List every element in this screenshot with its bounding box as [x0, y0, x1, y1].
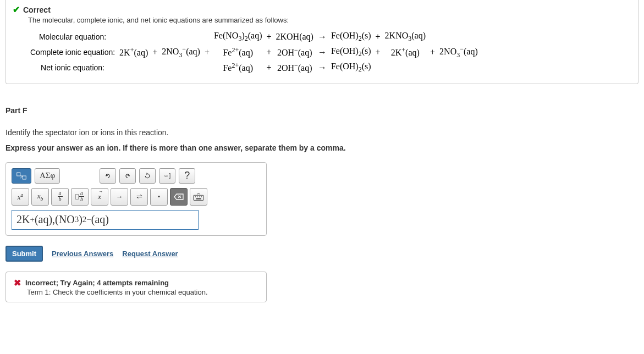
keyboard-icon — [164, 175, 168, 178]
toolbar-row1: ΑΣφ ] ? — [12, 168, 261, 184]
right-arrow-button[interactable]: → — [111, 188, 128, 206]
incorrect-header: ✖ Incorrect; Try Again; 4 attempts remai… — [14, 278, 258, 288]
undo-icon — [104, 173, 111, 179]
submit-button[interactable]: Submit — [5, 246, 43, 262]
eq-cell: 2NO3−(aq) — [159, 44, 202, 60]
previous-answers-link[interactable]: Previous Answers — [52, 250, 113, 258]
bracket-icon: ] — [169, 173, 170, 179]
svg-point-13 — [195, 196, 196, 197]
redo-icon — [124, 173, 131, 179]
eq-cell: 2OH−(aq) — [274, 60, 316, 75]
reset-icon — [144, 173, 151, 179]
fraction-button[interactable]: ab — [51, 188, 69, 206]
instruction-text: Express your answer as an ion. If there … — [5, 143, 639, 152]
vector-button[interactable]: x→ — [91, 188, 108, 206]
keyboard-button[interactable] — [190, 188, 207, 206]
eq-cell: 2OH−(aq) — [274, 44, 316, 60]
greek-button[interactable]: ΑΣφ — [35, 168, 60, 184]
eq-cell: + — [428, 44, 437, 60]
svg-rect-12 — [194, 195, 203, 200]
toolbar-row2: xa xb ab ab x→ → ⇌ • — [12, 188, 261, 206]
request-answer-link[interactable]: Request Answer — [122, 250, 178, 258]
correct-label: Correct — [23, 5, 51, 14]
svg-point-5 — [165, 175, 166, 176]
mixed-fraction-button[interactable]: ab — [71, 188, 89, 206]
eq-cell: + — [150, 44, 159, 60]
bullet-button[interactable]: • — [150, 188, 168, 206]
equation-table: Molecular equation: Fe(NO3)2(aq) + 2KOH(… — [28, 30, 480, 75]
eq-cell: 2K+(aq) — [117, 44, 150, 60]
eq-cell: 2K+(aq) — [383, 44, 428, 60]
svg-line-2 — [20, 176, 23, 179]
eq-cell: Fe(OH)2(s) — [329, 30, 373, 44]
eq-cell: Fe(OH)2(s) — [329, 44, 373, 60]
eq-cell: Fe(NO3)2(aq) — [212, 30, 265, 44]
eq-cell: Fe2+(aq) — [212, 44, 265, 60]
x-icon: ✖ — [14, 278, 21, 288]
reset-button[interactable] — [139, 168, 156, 184]
incorrect-feedback-box: ✖ Incorrect; Try Again; 4 attempts remai… — [5, 272, 267, 302]
svg-rect-17 — [196, 198, 201, 200]
eq-cell: + — [264, 44, 273, 60]
svg-point-15 — [199, 196, 200, 197]
backspace-icon — [173, 191, 184, 202]
check-icon: ✔ — [13, 4, 20, 15]
submit-row: Submit Previous Answers Request Answer — [5, 246, 639, 262]
incorrect-detail: Term 1: Check the coefficients in your c… — [27, 288, 258, 296]
backspace-button[interactable] — [170, 188, 188, 206]
eq-row-molecular: Molecular equation: Fe(NO3)2(aq) + 2KOH(… — [28, 30, 480, 44]
svg-rect-0 — [17, 173, 20, 176]
eq-row-complete-ionic: Complete ionic equation: 2K+(aq) + 2NO3−… — [28, 44, 480, 60]
superscript-button[interactable]: xa — [12, 188, 29, 206]
eq-label-complete-ionic: Complete ionic equation: — [28, 44, 117, 60]
redo-button[interactable] — [119, 168, 136, 184]
eq-cell: Fe2+(aq) — [212, 60, 265, 75]
eq-cell: → — [316, 44, 329, 60]
keyboard-up-icon — [193, 191, 204, 202]
template-icon — [16, 172, 26, 180]
svg-rect-9 — [165, 176, 167, 176]
svg-point-6 — [166, 175, 166, 176]
answer-widget: ΑΣφ ] ? xa xb ab ab x→ → ⇌ • 2K+(aq),( — [5, 162, 267, 236]
keyboard-shortcuts-button[interactable]: ] — [159, 168, 175, 184]
eq-cell: + — [264, 60, 273, 75]
eq-row-net-ionic: Net ionic equation: Fe2+(aq) + 2OH−(aq) … — [28, 60, 480, 75]
eq-label-molecular: Molecular equation: — [28, 30, 117, 44]
question-text: Identify the spectator ion or ions in th… — [5, 128, 639, 137]
correct-header: ✔ Correct — [13, 4, 631, 15]
part-header: Part F — [5, 106, 639, 115]
template-button[interactable] — [12, 168, 31, 184]
subscript-button[interactable]: xb — [31, 188, 49, 206]
svg-point-16 — [201, 196, 202, 197]
help-button[interactable]: ? — [179, 168, 195, 184]
eq-cell: + — [373, 30, 383, 44]
eq-cell: Fe(OH)2(s) — [329, 60, 373, 75]
incorrect-header-text: Incorrect; Try Again; 4 attempts remaini… — [25, 279, 169, 287]
svg-point-8 — [167, 175, 168, 176]
eq-cell: → — [316, 60, 329, 75]
eq-cell: 2NO3−(aq) — [437, 44, 480, 60]
svg-rect-3 — [23, 176, 26, 179]
eq-cell: + — [373, 44, 383, 60]
equilibrium-arrow-button[interactable]: ⇌ — [130, 188, 148, 206]
summary-text: The molecular, complete ionic, and net i… — [28, 16, 631, 24]
svg-point-14 — [197, 196, 197, 197]
undo-button[interactable] — [100, 168, 116, 184]
eq-label-net-ionic: Net ionic equation: — [28, 60, 117, 75]
svg-point-7 — [166, 175, 167, 176]
svg-rect-4 — [164, 175, 168, 177]
eq-cell: + — [202, 44, 212, 60]
eq-cell: 2KNO3(aq) — [383, 30, 428, 44]
correct-feedback-box: ✔ Correct The molecular, complete ionic,… — [5, 0, 639, 84]
answer-input[interactable]: 2K+(aq),(NO3)2−(aq) — [12, 210, 199, 230]
eq-cell: 2KOH(aq) — [274, 30, 316, 44]
eq-cell: → — [316, 30, 329, 44]
eq-cell: + — [264, 30, 273, 44]
